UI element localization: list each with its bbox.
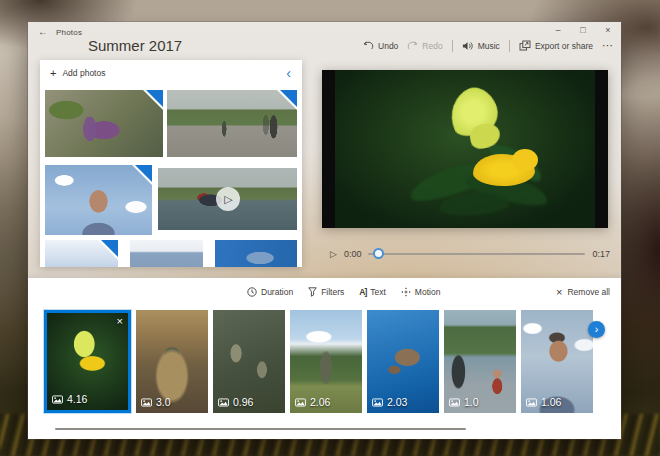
selected-corner-icon: [280, 90, 297, 107]
clip-duration-badge: 1.06: [526, 396, 561, 408]
clip-duration-badge: 0.96: [218, 396, 253, 408]
redo-icon: [407, 41, 418, 51]
maximize-button[interactable]: □: [578, 25, 588, 35]
clip-duration-badge: 4.16: [52, 393, 87, 405]
photos-app-window: ← Photos – □ × Summer 2017 Undo Redo: [28, 22, 621, 439]
text-button[interactable]: A] Text: [359, 287, 386, 297]
duration-button[interactable]: Duration: [247, 287, 293, 297]
filmstrip-item-temple[interactable]: 2.06: [290, 310, 362, 413]
text-icon: A]: [359, 287, 366, 297]
motion-icon: [401, 287, 411, 297]
play-button[interactable]: ▷: [330, 249, 337, 259]
filmstrip-scrollbar[interactable]: [55, 428, 466, 430]
minimize-button[interactable]: –: [553, 25, 563, 35]
remove-all-button[interactable]: × Remove all: [556, 287, 610, 297]
collapse-panel-chevron-icon[interactable]: ‹: [286, 66, 291, 80]
total-time: 0:17: [592, 249, 610, 259]
speaker-icon: [462, 41, 474, 51]
photo-icon: [141, 398, 152, 407]
export-share-button[interactable]: Export or share: [519, 40, 593, 51]
filters-label: Filters: [321, 287, 344, 297]
undo-icon: [363, 41, 374, 51]
edit-toolbar: Duration Filters A] Text Motion × Remo: [247, 283, 610, 301]
toolbar-divider: [452, 40, 453, 52]
selected-corner-icon: [135, 165, 152, 182]
clip-duration-badge: 2.03: [372, 396, 407, 408]
collage-photo-beach-family[interactable]: [167, 90, 297, 157]
export-share-label: Export or share: [535, 41, 593, 51]
photo-collage-panel: + Add photos ‹ ▷: [40, 60, 302, 267]
playback-controls: ▷ 0:00 0:17: [330, 246, 610, 262]
play-overlay-icon[interactable]: ▷: [216, 187, 240, 211]
collage-video-ferry[interactable]: ▷: [158, 168, 297, 230]
clip-duration-badge: 3.0: [141, 396, 171, 408]
selected-corner-icon: [101, 240, 118, 257]
remove-all-label: Remove all: [567, 287, 610, 297]
undo-label: Undo: [378, 41, 398, 51]
collage-photo-waves[interactable]: [130, 240, 203, 267]
clip-duration-badge: 1.0: [449, 396, 479, 408]
undo-button[interactable]: Undo: [363, 41, 398, 51]
photo-icon: [449, 398, 460, 407]
close-button[interactable]: ×: [603, 25, 613, 35]
filmstrip-item-ferry-family[interactable]: 1.0: [444, 310, 516, 413]
filters-button[interactable]: Filters: [308, 287, 344, 297]
filmstrip-item-butterfly[interactable]: × 4.16: [44, 310, 131, 413]
filmstrip-item-boy[interactable]: 1.06: [521, 310, 593, 413]
video-preview[interactable]: [322, 70, 608, 228]
photo-icon: [295, 398, 306, 407]
desktop-background: { "window": { "app_name": "Photos", "tit…: [0, 0, 660, 456]
motion-button[interactable]: Motion: [401, 287, 441, 297]
redo-button[interactable]: Redo: [407, 41, 442, 51]
music-label: Music: [478, 41, 500, 51]
editor-top-section: ← Photos – □ × Summer 2017 Undo Redo: [28, 22, 621, 278]
collage-photo-starfish[interactable]: [45, 90, 163, 157]
text-label: Text: [370, 287, 386, 297]
export-share-icon: [519, 40, 531, 51]
collage-photo-clouds[interactable]: [45, 240, 118, 267]
remove-clip-icon[interactable]: ×: [117, 315, 123, 327]
plus-icon: +: [50, 69, 56, 77]
photo-icon: [526, 398, 537, 407]
seek-slider-knob[interactable]: [373, 248, 384, 259]
collage-photo-boy-sky[interactable]: [45, 165, 152, 235]
filmstrip-next-button[interactable]: ›: [588, 321, 605, 338]
filmstrip-item-carvings[interactable]: 0.96: [213, 310, 285, 413]
project-title[interactable]: Summer 2017: [88, 37, 182, 54]
add-photos-button[interactable]: + Add photos: [50, 68, 105, 78]
filmstrip-item-turtle[interactable]: 2.03: [367, 310, 439, 413]
duration-label: Duration: [261, 287, 293, 297]
toolbar-divider: [509, 40, 510, 52]
back-icon[interactable]: ←: [38, 26, 48, 37]
clock-icon: [247, 287, 257, 297]
filmstrip-item-cart[interactable]: 3.0: [136, 310, 208, 413]
add-photos-label: Add photos: [62, 68, 105, 78]
photo-icon: [218, 398, 229, 407]
app-name: Photos: [56, 28, 82, 37]
filters-icon: [308, 287, 317, 297]
photo-icon: [372, 398, 383, 407]
remove-all-icon: ×: [556, 287, 562, 297]
motion-label: Motion: [415, 287, 441, 297]
video-preview-image: [335, 70, 595, 228]
photo-icon: [52, 395, 63, 404]
current-time: 0:00: [344, 249, 362, 259]
selected-corner-icon: [146, 90, 163, 107]
filmstrip: × 4.16 3.0 0.96: [44, 310, 593, 413]
redo-label: Redo: [422, 41, 442, 51]
window-controls: – □ ×: [553, 25, 613, 35]
collage-header: + Add photos ‹: [40, 60, 302, 88]
chevron-right-icon: ›: [595, 324, 599, 335]
seek-slider[interactable]: [368, 248, 585, 260]
storyboard-section: Duration Filters A] Text Motion × Remo: [28, 278, 621, 439]
music-button[interactable]: Music: [462, 41, 500, 51]
more-options-icon[interactable]: ⋯: [602, 39, 614, 52]
top-toolbar: Undo Redo Music Export or share: [363, 39, 614, 52]
collage-photo-turtle[interactable]: [215, 240, 297, 267]
clip-duration-badge: 2.06: [295, 396, 330, 408]
